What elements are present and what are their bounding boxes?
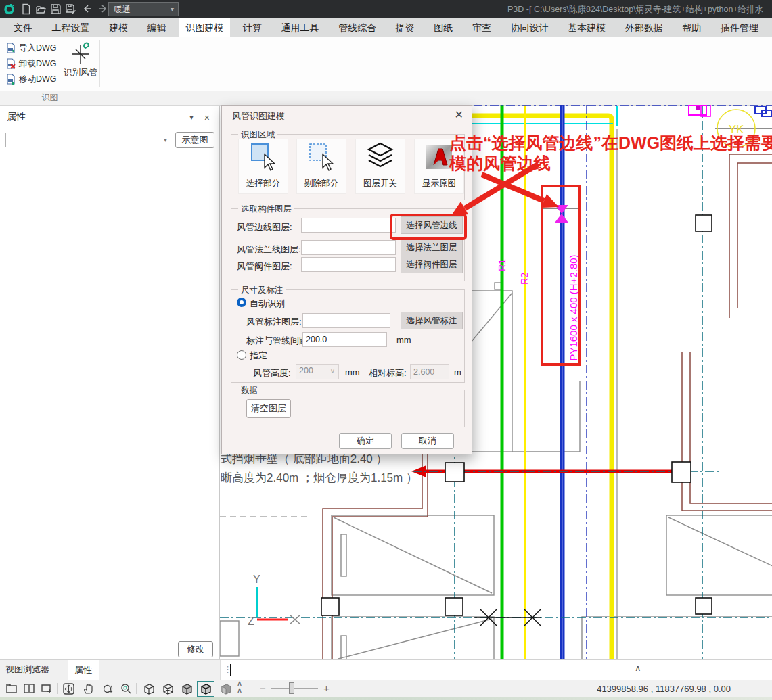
import-dwg-button[interactable]: 导入DWG (5, 41, 57, 55)
view-browser-tab[interactable]: 视图浏览器 (5, 663, 49, 676)
duct-edge-layer-input[interactable] (301, 218, 396, 233)
unload-dwg-button[interactable]: 卸载DWG (5, 57, 57, 70)
data-group: 数据 清空图层 (231, 390, 465, 427)
move-dwg-button[interactable]: 移动DWG (5, 72, 57, 86)
tab-basic-modeling[interactable]: 基本建模 (561, 18, 612, 37)
spacing-label: 标注与管线间距: (246, 335, 311, 347)
command-input[interactable]: ⋮ ∧ (220, 660, 772, 680)
flange-layer-label: 风管法兰线图层: (237, 243, 301, 256)
undo-icon[interactable] (83, 3, 94, 15)
data-group-label: 数据 (238, 385, 260, 396)
specialty-value: 暖通 (114, 5, 131, 14)
save-icon[interactable] (50, 3, 62, 15)
new-file-icon[interactable] (20, 3, 32, 15)
property-type-combobox[interactable]: ▾ (5, 133, 171, 147)
modify-button[interactable]: 修改 (178, 641, 213, 657)
elevation-label: 相对标高: (369, 367, 407, 379)
ok-button[interactable]: 确定 (339, 433, 392, 449)
manual-radio[interactable] (237, 350, 246, 360)
tab-general-tools[interactable]: 通用工具 (275, 18, 326, 37)
menu-bar: 文件 工程设置 建模 编辑 识图建模 计算 通用工具 管线综合 提资 图纸 审查… (0, 18, 772, 37)
move-dwg-icon (5, 74, 16, 85)
zoom-out-button[interactable]: − (260, 682, 266, 694)
tab-project-settings[interactable]: 工程设置 (45, 18, 97, 37)
view-hidden-icon[interactable] (161, 682, 175, 696)
region-group: 识图区域 选择部分 剔除部分 (231, 134, 465, 200)
auto-recognize-radio[interactable] (237, 298, 246, 307)
select-region-button[interactable]: 选择部分 (238, 139, 288, 194)
chevron-down-icon: ▾ (164, 136, 167, 143)
zoom-in-button[interactable]: + (323, 682, 330, 694)
recognize-duct-icon (68, 41, 93, 66)
dialog-close-icon[interactable]: ✕ (455, 108, 463, 121)
tab-help[interactable]: 帮助 (675, 18, 708, 37)
tab-edit[interactable]: 编辑 (141, 18, 173, 37)
cancel-button[interactable]: 取消 (401, 433, 454, 449)
tab-pipeline-integration[interactable]: 管线综合 (332, 18, 383, 37)
view-shaded-edges-icon[interactable] (199, 682, 213, 696)
new-viewport-icon[interactable] (5, 682, 18, 695)
ribbon-group-bar: 识图 (0, 91, 772, 106)
panel-close-icon[interactable]: × (204, 112, 210, 123)
view-wireframe-icon[interactable] (142, 682, 156, 696)
select-duct-mark-button[interactable]: 选择风管标注 (401, 312, 463, 329)
mark-layer-label: 风管标注图层: (246, 316, 302, 328)
exclude-region-button[interactable]: 剔除部分 (296, 139, 346, 194)
view-toolbar: ∧∧ − + 41399858.96 , 11837769.98 , 0.00 (0, 680, 772, 697)
coordinates-readout: 41399858.96 , 11837769.98 , 0.00 (597, 684, 731, 694)
schematic-button[interactable]: 示意图 (175, 132, 214, 148)
duct-height-combobox[interactable]: 200 ∨ (296, 364, 339, 379)
tab-calculation[interactable]: 计算 (236, 18, 269, 37)
tab-drawings[interactable]: 图纸 (427, 18, 459, 37)
view-realistic-icon[interactable] (219, 682, 233, 696)
import-dwg-label: 导入DWG (19, 43, 57, 54)
properties-tab[interactable]: 属性 (68, 660, 99, 680)
clear-layers-button[interactable]: 清空图层 (246, 399, 291, 418)
orbit-icon[interactable] (101, 682, 114, 695)
layer-select-group: 选取构件图层 风管边线图层: 选择风管边线 风管法兰线图层: 选择法兰图层 风管… (231, 208, 465, 281)
tab-plugin-manager[interactable]: 插件管理 (714, 18, 765, 37)
duct-height-label: 风管高度: (253, 367, 291, 379)
expand-command-icon[interactable]: ∧ (635, 663, 641, 673)
specialty-dropdown[interactable]: 暖通 ▾ (108, 2, 179, 16)
ribbon: 导入DWG 卸载DWG 移动DWG 识别风管 (0, 37, 772, 91)
pan-icon[interactable] (82, 682, 95, 695)
tab-submission[interactable]: 提资 (389, 18, 422, 37)
save-as-icon[interactable] (65, 3, 76, 15)
tab-collaboration[interactable]: 协同设计 (504, 18, 555, 37)
flange-layer-input[interactable] (301, 240, 396, 255)
select-duct-edge-button[interactable]: 选择风管边线 (401, 216, 463, 234)
app-logo (3, 3, 15, 15)
tab-modeling[interactable]: 建模 (102, 18, 135, 37)
bottom-accent-strip (0, 697, 772, 700)
tab-review[interactable]: 审查 (466, 18, 498, 37)
redo-icon[interactable] (96, 3, 108, 15)
zoom-extents-icon[interactable] (62, 682, 75, 695)
view-shaded-icon[interactable] (180, 682, 194, 696)
add-viewport-icon[interactable] (41, 682, 53, 695)
layer-switch-button[interactable]: 图层开关 (355, 139, 405, 194)
mark-layer-input[interactable] (302, 313, 390, 328)
open-file-icon[interactable] (35, 3, 47, 15)
zoom-slider-track[interactable] (271, 688, 318, 689)
ribbon-divider (99, 40, 100, 87)
tab-external-data[interactable]: 外部数据 (618, 18, 670, 37)
show-original-button[interactable]: 显示原图 (414, 139, 464, 194)
valve-layer-input[interactable] (301, 257, 396, 272)
panel-dropdown-icon[interactable]: ▾ (189, 112, 194, 122)
properties-panel: 属性 ▾ × ▾ 示意图 修改 (0, 106, 220, 659)
zoom-icon[interactable] (120, 682, 133, 695)
recognize-duct-button[interactable]: 识别风管 (62, 39, 99, 89)
tile-windows-icon[interactable] (23, 682, 35, 695)
valve-layer-label: 风管阀件图层: (237, 260, 292, 273)
title-bar: 暖通 ▾ P3D -[ C:\Users\陈康824\Desktop\炳灵寺-建… (0, 0, 772, 18)
zoom-slider-handle[interactable] (289, 682, 294, 694)
dialog-title: 风管识图建模 (232, 110, 285, 122)
collapse-toolbar-icon[interactable]: ∧∧ (237, 680, 242, 693)
select-flange-layer-button[interactable]: 选择法兰图层 (401, 239, 463, 256)
tab-file[interactable]: 文件 (7, 18, 39, 37)
select-valve-layer-button[interactable]: 选择阀件图层 (401, 256, 463, 273)
tab-drawing-recognition[interactable]: 识图建模 (179, 18, 230, 37)
spacing-input[interactable] (302, 332, 387, 347)
elevation-input[interactable] (410, 364, 449, 379)
